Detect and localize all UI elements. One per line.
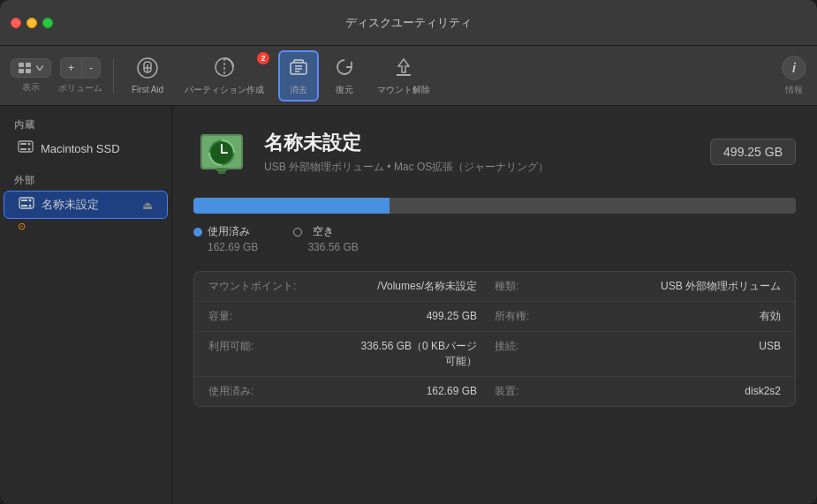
unmount-button[interactable]: マウント解除 bbox=[370, 52, 437, 100]
volume-label: ボリューム bbox=[58, 82, 102, 94]
svg-rect-23 bbox=[21, 199, 27, 201]
first-aid-icon bbox=[136, 56, 159, 83]
svg-point-25 bbox=[29, 205, 32, 207]
titlebar: ディスクユーティリティ bbox=[0, 0, 817, 46]
svg-point-20 bbox=[28, 148, 31, 151]
hdd-svg bbox=[18, 139, 34, 154]
svg-rect-26 bbox=[21, 205, 27, 207]
used-value: 162.69 GB bbox=[193, 241, 258, 253]
disk-description: USB 外部物理ボリューム • Mac OS拡張（ジャーナリング） bbox=[264, 160, 696, 175]
volume-controls: + - bbox=[60, 57, 101, 79]
main-content: 内蔵 Macintosh SSD 外部 bbox=[0, 106, 817, 504]
traffic-lights bbox=[11, 18, 53, 28]
svg-point-19 bbox=[28, 143, 31, 146]
stethoscope-svg bbox=[136, 56, 159, 79]
partition-button[interactable]: 2 パーティション作成 bbox=[178, 52, 271, 100]
partition-label: パーティション作成 bbox=[185, 84, 264, 96]
first-aid-label: First Aid bbox=[132, 85, 163, 94]
erase-label: 消去 bbox=[290, 84, 307, 96]
unmount-icon bbox=[392, 56, 415, 82]
svg-rect-22 bbox=[19, 198, 34, 208]
restore-svg bbox=[333, 56, 356, 79]
restore-icon bbox=[333, 56, 356, 82]
svg-point-24 bbox=[29, 199, 32, 202]
warning-indicator: ⊙ bbox=[0, 219, 171, 234]
content-area: 名称未設定 USB 外部物理ボリューム • Mac OS拡張（ジャーナリング） … bbox=[172, 106, 817, 504]
sidebar-item-external[interactable]: 名称未設定 ⏏ bbox=[4, 191, 168, 219]
display-button[interactable] bbox=[11, 58, 51, 78]
detail-key-used: 使用済み: bbox=[208, 384, 352, 399]
grid-icon bbox=[19, 63, 33, 73]
erase-button[interactable]: 消去 bbox=[278, 50, 319, 102]
restore-label: 復元 bbox=[336, 84, 353, 96]
restore-button[interactable]: 復元 bbox=[326, 52, 363, 100]
sidebar: 内蔵 Macintosh SSD 外部 bbox=[0, 106, 172, 504]
add-volume-button[interactable]: + bbox=[61, 58, 81, 78]
erase-svg bbox=[287, 56, 310, 79]
disk-name: 名称未設定 bbox=[264, 130, 696, 156]
unmount-svg bbox=[392, 56, 415, 79]
svg-rect-34 bbox=[218, 171, 225, 174]
used-legend: 使用済み 162.69 GB bbox=[193, 224, 258, 253]
eject-icon[interactable]: ⏏ bbox=[142, 199, 153, 212]
free-label: 空き bbox=[313, 224, 334, 239]
detail-val-connection: USB bbox=[638, 340, 781, 352]
svg-rect-21 bbox=[20, 148, 26, 150]
minimize-button[interactable] bbox=[26, 18, 37, 28]
toolbar-divider-1 bbox=[113, 58, 114, 94]
info-button[interactable]: i bbox=[782, 56, 806, 80]
detail-key-available: 利用可能: bbox=[208, 339, 352, 354]
detail-key-connection: 接続: bbox=[495, 339, 638, 354]
disk-header: 名称未設定 USB 外部物理ボリューム • Mac OS拡張（ジャーナリング） … bbox=[193, 124, 796, 180]
table-row: マウントポイント: /Volumes/名称未設定 種類: USB 外部物理ボリュ… bbox=[194, 272, 795, 302]
toolbar: 表示 + - ボリューム First Aid bbox=[0, 46, 817, 106]
unmount-label: マウント解除 bbox=[377, 84, 430, 96]
display-label: 表示 bbox=[22, 81, 40, 94]
free-legend: 空き 336.56 GB bbox=[293, 224, 358, 253]
sidebar-item-macintosh-ssd[interactable]: Macintosh SSD bbox=[4, 135, 168, 162]
storage-bar-background bbox=[193, 198, 796, 214]
partition-svg bbox=[213, 56, 236, 79]
svg-rect-3 bbox=[26, 69, 31, 73]
close-button[interactable] bbox=[11, 18, 21, 28]
svg-rect-33 bbox=[216, 168, 227, 171]
detail-val-ownership: 有効 bbox=[638, 309, 781, 324]
detail-val-used: 162.69 GB bbox=[352, 385, 495, 397]
storage-bar-fill bbox=[193, 198, 390, 214]
detail-val-type: USB 外部物理ボリューム bbox=[638, 279, 781, 294]
table-row: 容量: 499.25 GB 所有権: 有効 bbox=[194, 302, 795, 332]
external-drive-label: 名称未設定 bbox=[42, 197, 135, 213]
svg-rect-1 bbox=[26, 63, 31, 67]
table-row: 利用可能: 336.56 GB（0 KBパージ可能） 接続: USB bbox=[194, 332, 795, 377]
ext-hdd-svg bbox=[19, 196, 34, 210]
ssd-icon bbox=[18, 139, 34, 157]
storage-legend: 使用済み 162.69 GB 空き 336.56 GB bbox=[193, 224, 796, 253]
info-label: 情報 bbox=[785, 84, 803, 96]
detail-key-mount: マウントポイント: bbox=[208, 279, 352, 294]
used-label: 使用済み bbox=[208, 224, 250, 239]
internal-section-label: 内蔵 bbox=[0, 115, 171, 135]
first-aid-button[interactable]: First Aid bbox=[125, 53, 170, 98]
table-row: 使用済み: 162.69 GB 装置: disk2s2 bbox=[194, 377, 795, 406]
used-dot bbox=[193, 228, 202, 237]
detail-val-capacity: 499.25 GB bbox=[352, 310, 495, 322]
partition-badge: 2 bbox=[257, 52, 269, 64]
details-table: マウントポイント: /Volumes/名称未設定 種類: USB 外部物理ボリュ… bbox=[193, 271, 796, 407]
detail-val-mount: /Volumes/名称未設定 bbox=[352, 279, 495, 294]
storage-section: 使用済み 162.69 GB 空き 336.56 GB bbox=[193, 198, 796, 253]
chevron-down-icon bbox=[36, 65, 43, 71]
detail-val-device: disk2s2 bbox=[638, 385, 781, 397]
svg-rect-2 bbox=[19, 69, 24, 73]
remove-volume-button[interactable]: - bbox=[82, 58, 100, 78]
svg-rect-0 bbox=[19, 63, 24, 67]
disk-icon bbox=[193, 124, 250, 180]
external-section-label: 外部 bbox=[0, 170, 171, 191]
detail-key-ownership: 所有権: bbox=[495, 309, 638, 324]
maximize-button[interactable] bbox=[42, 18, 53, 28]
detail-key-type: 種類: bbox=[495, 279, 638, 294]
detail-val-available: 336.56 GB（0 KBパージ可能） bbox=[352, 339, 495, 369]
svg-rect-17 bbox=[19, 141, 33, 152]
main-window: ディスクユーティリティ 表示 + - bbox=[0, 0, 817, 504]
partition-icon bbox=[213, 56, 236, 82]
window-title: ディスクユーティリティ bbox=[345, 15, 472, 31]
